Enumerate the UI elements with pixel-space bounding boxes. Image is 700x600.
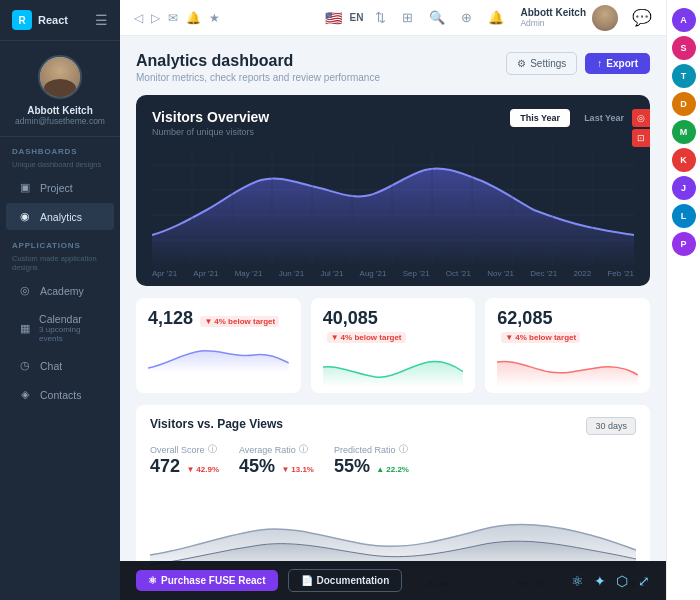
docs-button[interactable]: 📄 Documentation <box>288 569 403 592</box>
side-buttons: ◎ ⊡ <box>632 109 650 147</box>
calendar-sub: 3 upcoming events <box>39 325 102 343</box>
filter-icon[interactable]: ⇅ <box>371 8 390 27</box>
metric-overall: Overall Score ⓘ 472 ▼ 42.9% <box>150 443 219 477</box>
flag-icon: 🇺🇸 <box>325 10 342 26</box>
fuse-icon[interactable]: ✦ <box>594 573 606 589</box>
visitors-toggle: This Year Last Year <box>510 109 634 127</box>
stat-badge-2: ▼ 4% below target <box>327 332 406 343</box>
sidebar-profile: Abbott Keitch admin@fusetheme.com <box>0 41 120 137</box>
right-avatar-6[interactable]: K <box>672 148 696 172</box>
sidebar-item-project[interactable]: ▣ Project <box>6 174 114 201</box>
this-year-button[interactable]: This Year <box>510 109 570 127</box>
vspv-header: Visitors vs. Page Views 30 days <box>150 417 636 435</box>
academy-icon: ◎ <box>18 284 32 297</box>
mail-icon[interactable]: ✉ <box>168 11 178 25</box>
content-area: Analytics dashboard Monitor metrics, che… <box>120 36 666 600</box>
settings-icon: ⚙ <box>517 58 526 69</box>
page-subtitle: Monitor metrics, check reports and revie… <box>136 72 380 83</box>
info-icon-avg: ⓘ <box>299 443 308 456</box>
last-year-button[interactable]: Last Year <box>574 109 634 127</box>
stat-card-3: 62,085 ▼ 4% below target <box>485 298 650 393</box>
sidebar-item-label: Academy <box>40 285 84 297</box>
contacts-icon: ◈ <box>18 388 32 401</box>
grid-icon[interactable]: ⊞ <box>398 8 417 27</box>
sidebar-item-label: Contacts <box>40 389 81 401</box>
search-icon[interactable]: 🔍 <box>425 8 449 27</box>
side-btn-1[interactable]: ◎ <box>632 109 650 127</box>
link-icon[interactable]: ⤢ <box>638 573 650 589</box>
visitors-chart-labels: Apr '21 Apr '21 May '21 Jun '21 Jul '21 … <box>152 265 634 286</box>
stats-row: 4,128 ▼ 4% below target <box>136 298 650 393</box>
magnify-icon[interactable]: ⊕ <box>457 8 476 27</box>
avatar-image <box>40 57 80 97</box>
vspv-period-button[interactable]: 30 days <box>586 417 636 435</box>
sidebar-item-label: Calendar <box>39 313 102 325</box>
visitors-title-area: Visitors Overview Number of unique visit… <box>152 109 269 137</box>
stat-card-2: 40,085 ▼ 4% below target <box>311 298 476 393</box>
right-avatar-5[interactable]: M <box>672 120 696 144</box>
page-header-text: Analytics dashboard Monitor metrics, che… <box>136 52 380 83</box>
main-area: ◁ ▷ ✉ 🔔 ★ 🇺🇸 EN ⇅ ⊞ 🔍 ⊕ 🔔 Abbott Keitch … <box>120 0 666 600</box>
apps-section-desc: Custom made application designs <box>0 254 120 276</box>
react-logo-icon[interactable]: ⚛ <box>571 573 584 589</box>
visitors-chart <box>152 145 634 265</box>
sidebar-username: Abbott Keitch <box>27 105 93 116</box>
sidebar-item-analytics[interactable]: ◉ Analytics <box>6 203 114 230</box>
stat-chart-1 <box>148 333 289 373</box>
sidebar-item-calendar[interactable]: ▦ Calendar 3 upcoming events <box>6 306 114 350</box>
bell-icon[interactable]: 🔔 <box>186 11 201 25</box>
visitors-subtitle: Number of unique visitors <box>152 127 269 137</box>
metric-avg: Average Ratio ⓘ 45% ▼ 13.1% <box>239 443 314 477</box>
stat-chart-3 <box>497 347 638 387</box>
stat-value-1: 4,128 ▼ 4% below target <box>148 308 289 329</box>
logo-letter: R <box>18 15 25 26</box>
github-icon[interactable]: ⬡ <box>616 573 628 589</box>
metric-badge-overall: ▼ 42.9% <box>186 465 219 474</box>
sidebar-toggle-button[interactable]: ☰ <box>95 12 108 28</box>
right-avatar-9[interactable]: P <box>672 232 696 256</box>
visitors-title: Visitors Overview <box>152 109 269 125</box>
star-icon[interactable]: ★ <box>209 11 220 25</box>
dashboards-section-label: DASHBOARDS <box>0 137 120 160</box>
right-avatar-7[interactable]: J <box>672 176 696 200</box>
topbar-user-name: Abbott Keitch <box>520 7 586 18</box>
sidebar-item-label: Chat <box>40 360 62 372</box>
sidebar-item-contacts[interactable]: ◈ Contacts <box>6 381 114 408</box>
stat-card-1: 4,128 ▼ 4% below target <box>136 298 301 393</box>
page-header: Analytics dashboard Monitor metrics, che… <box>136 52 650 83</box>
metric-badge-predicted: ▲ 22.2% <box>376 465 409 474</box>
notif-icon[interactable]: 🔔 <box>484 8 508 27</box>
right-avatar-3[interactable]: T <box>672 64 696 88</box>
dashboards-section-desc: Unique dashboard designs <box>0 160 120 173</box>
side-btn-2[interactable]: ⊡ <box>632 129 650 147</box>
sidebar-item-academy[interactable]: ◎ Academy <box>6 277 114 304</box>
analytics-icon: ◉ <box>18 210 32 223</box>
react-icon: ⚛ <box>148 575 157 586</box>
topbar-avatar[interactable] <box>592 5 618 31</box>
nav-back-icon[interactable]: ◁ <box>134 11 143 25</box>
nav-forward-icon[interactable]: ▷ <box>151 11 160 25</box>
purchase-button[interactable]: ⚛ Purchase FUSE React <box>136 570 278 591</box>
sidebar-item-label: Analytics <box>40 211 82 223</box>
message-icon[interactable]: 💬 <box>632 8 652 27</box>
right-avatar-4[interactable]: D <box>672 92 696 116</box>
right-avatar-2[interactable]: S <box>672 36 696 60</box>
stat-chart-2 <box>323 347 464 387</box>
sidebar-item-chat[interactable]: ◷ Chat <box>6 352 114 379</box>
right-avatar-8[interactable]: L <box>672 204 696 228</box>
sidebar: R React ☰ Abbott Keitch admin@fusetheme.… <box>0 0 120 600</box>
topbar: ◁ ▷ ✉ 🔔 ★ 🇺🇸 EN ⇅ ⊞ 🔍 ⊕ 🔔 Abbott Keitch … <box>120 0 666 36</box>
app-logo-icon: R <box>12 10 32 30</box>
right-sidebar: A S T D M K J L P <box>666 0 700 600</box>
page-actions: ⚙ Settings ↑ Export <box>506 52 650 75</box>
export-button[interactable]: ↑ Export <box>585 53 650 74</box>
settings-button[interactable]: ⚙ Settings <box>506 52 577 75</box>
info-icon-predicted: ⓘ <box>399 443 408 456</box>
project-icon: ▣ <box>18 181 32 194</box>
info-icon-overall: ⓘ <box>208 443 217 456</box>
overlay-banner: ⚛ Purchase FUSE React 📄 Documentation ⚛ … <box>120 561 666 600</box>
overlay-icons: ⚛ ✦ ⬡ ⤢ <box>571 573 650 589</box>
topbar-user-role: Admin <box>520 18 586 28</box>
lang-label[interactable]: EN <box>350 12 364 23</box>
right-avatar-1[interactable]: A <box>672 8 696 32</box>
